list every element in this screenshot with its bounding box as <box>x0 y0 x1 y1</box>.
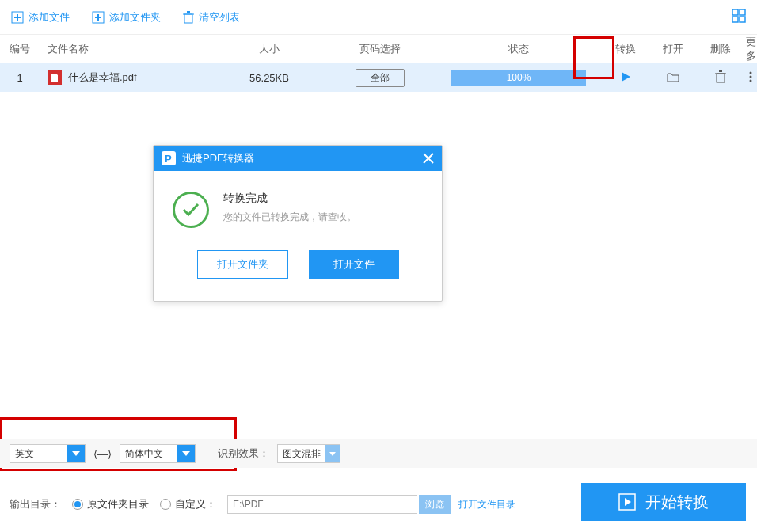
play-outline-icon <box>618 493 636 511</box>
radio-dot-off-icon <box>160 499 171 510</box>
dialog-title: 迅捷PDF转换器 <box>182 151 254 165</box>
row-name-cell: 什么是幸福.pdf <box>40 70 214 86</box>
language-bar: 英文 ⟨—⟩ 简体中文 识别效果： 图文混排 <box>0 439 757 468</box>
radio-custom-folder[interactable]: 自定义： <box>160 497 216 511</box>
dropdown-arrow-icon <box>177 445 195 462</box>
add-file-button[interactable]: 添加文件 <box>11 10 70 25</box>
svg-rect-11 <box>732 17 738 22</box>
recognition-mode-value: 图文混排 <box>283 447 321 461</box>
trash-icon <box>183 11 194 24</box>
pdf-icon <box>48 70 62 85</box>
open-output-dir-link[interactable]: 打开文件目录 <box>458 498 515 511</box>
clear-list-label: 清空列表 <box>199 10 240 25</box>
svg-marker-24 <box>72 451 80 456</box>
svg-rect-10 <box>740 10 745 15</box>
delete-row-icon[interactable] <box>715 70 726 83</box>
plus-folder-icon <box>92 11 105 24</box>
completion-dialog: P 迅捷PDF转换器 转换完成 您的文件已转换完成，请查收。 打开文件夹 打开文… <box>153 145 443 302</box>
dialog-message-title: 转换完成 <box>223 192 356 206</box>
col-page: 页码选择 <box>325 42 436 56</box>
plus-file-icon <box>11 11 24 24</box>
svg-point-17 <box>750 71 752 74</box>
dialog-message-sub: 您的文件已转换完成，请查收。 <box>223 211 356 224</box>
col-size: 大小 <box>214 42 325 56</box>
output-label: 输出目录： <box>10 497 61 511</box>
page-select-button[interactable]: 全部 <box>356 69 405 87</box>
col-name: 文件名称 <box>40 42 214 56</box>
progress-text: 100% <box>451 70 586 86</box>
output-path-input[interactable] <box>227 495 417 514</box>
svg-marker-25 <box>182 451 190 456</box>
source-language-select[interactable]: 英文 <box>10 444 86 463</box>
start-convert-label: 开始转换 <box>645 492 709 513</box>
more-icon[interactable] <box>749 70 752 83</box>
target-language-value: 简体中文 <box>125 447 163 461</box>
col-status: 状态 <box>436 42 602 56</box>
col-open: 打开 <box>649 42 697 56</box>
svg-rect-6 <box>184 14 192 23</box>
svg-rect-9 <box>732 10 738 15</box>
row-status-cell: 100% <box>436 70 602 86</box>
add-folder-label: 添加文件夹 <box>109 10 161 25</box>
add-file-label: 添加文件 <box>29 10 70 25</box>
clear-list-button[interactable]: 清空列表 <box>183 10 240 25</box>
browse-button[interactable]: 浏览 <box>419 495 451 514</box>
success-check-icon <box>173 192 209 228</box>
table-row[interactable]: 1 什么是幸福.pdf 56.25KB 全部 100% <box>0 63 757 92</box>
target-language-select[interactable]: 简体中文 <box>120 444 196 463</box>
close-icon[interactable] <box>423 153 434 164</box>
radio-dot-on-icon <box>72 499 83 510</box>
col-convert: 转换 <box>602 42 649 56</box>
svg-point-19 <box>750 79 752 82</box>
recognition-label: 识别效果： <box>218 446 269 461</box>
row-num: 1 <box>0 72 40 84</box>
row-filename: 什么是幸福.pdf <box>68 71 137 83</box>
open-folder-icon[interactable] <box>667 71 679 82</box>
start-convert-button[interactable]: 开始转换 <box>581 483 746 521</box>
svg-marker-28 <box>625 498 631 506</box>
svg-marker-26 <box>329 452 336 456</box>
app-logo-icon: P <box>162 151 176 165</box>
recognition-mode-select[interactable]: 图文混排 <box>277 444 340 463</box>
svg-rect-14 <box>717 74 725 82</box>
col-more: 更多 <box>744 35 757 63</box>
dropdown-arrow-icon <box>325 445 340 462</box>
dialog-header: P 迅捷PDF转换器 <box>154 146 442 171</box>
toolbar: 添加文件 添加文件夹 清空列表 <box>0 0 757 35</box>
open-folder-button[interactable]: 打开文件夹 <box>197 250 288 279</box>
dropdown-arrow-icon <box>67 445 85 462</box>
source-language-value: 英文 <box>15 447 34 461</box>
radio-original-label: 原文件夹目录 <box>87 497 149 511</box>
svg-rect-12 <box>740 17 745 22</box>
svg-point-18 <box>750 75 752 78</box>
convert-play-icon[interactable] <box>619 70 632 83</box>
svg-marker-13 <box>622 72 630 82</box>
progress-bar: 100% <box>451 70 586 86</box>
radio-original-folder[interactable]: 原文件夹目录 <box>72 497 149 511</box>
open-file-button[interactable]: 打开文件 <box>309 250 399 279</box>
row-page-cell: 全部 <box>325 69 436 87</box>
swap-languages-icon[interactable]: ⟨—⟩ <box>93 448 112 460</box>
table-header: 编号 文件名称 大小 页码选择 状态 转换 打开 删除 更多 <box>0 35 757 63</box>
col-num: 编号 <box>0 42 40 56</box>
add-folder-button[interactable]: 添加文件夹 <box>92 10 161 25</box>
radio-custom-label: 自定义： <box>175 497 216 511</box>
row-size: 56.25KB <box>214 72 325 84</box>
col-delete: 删除 <box>697 42 744 56</box>
svg-text:P: P <box>165 153 172 165</box>
grid-view-icon[interactable] <box>732 9 746 25</box>
